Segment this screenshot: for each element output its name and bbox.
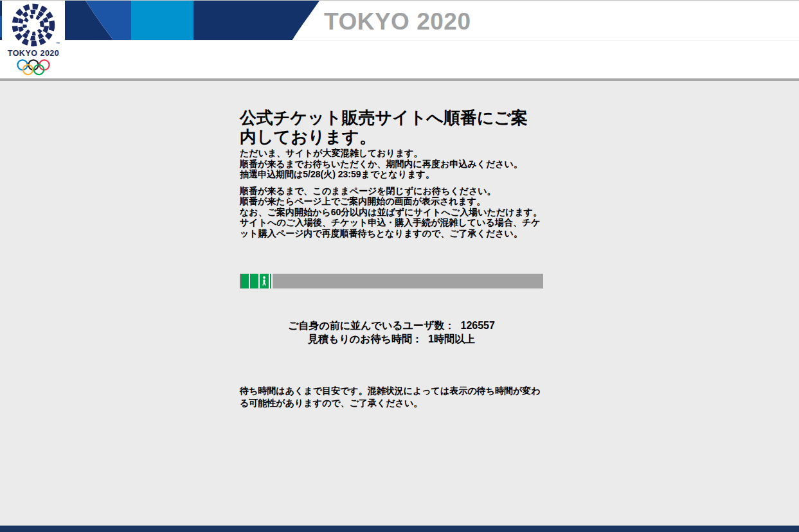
queue-users-value: 126557 [460,320,494,331]
queue-message-column: 公式チケット販売サイトへ順番にご案内しております。 ただいま、サイトが大変混雑し… [240,108,543,409]
header-wordmark: TOKYO 2020 [324,8,471,35]
content-area: 公式チケット販売サイトへ順番にご案内しております。 ただいま、サイトが大変混雑し… [0,81,799,526]
instruction-line: 順番が来たらページ上でご案内開始の画面が表示されます。 [240,196,543,207]
waiting-heading: 公式チケット販売サイトへ順番にご案内しております。 [240,108,543,146]
queue-users-label: ご自身の前に並んでいるユーザ数： [288,320,454,331]
intro-text: ただいま、サイトが大変混雑しております。 順番が来るまでお待ちいただくか、期間内… [240,148,543,180]
header: ™ TOKYO 2020 TOKYO 2020 [0,1,799,78]
wait-time-line: 見積もりのお待ち時間：1時間以上 [240,332,543,346]
wait-time-label: 見積もりのお待ち時間： [308,333,422,344]
instructions-text: 順番が来るまで、このままページを閉じずにお待ちください。 順番が来たらページ上で… [240,186,543,239]
intro-line: 抽選申込期間は5/28(火) 23:59までとなります。 [240,169,543,180]
wait-time-value: 1時間以上 [428,333,475,344]
tokyo2020-logo-box: ™ TOKYO 2020 [2,1,65,75]
queue-users-line: ご自身の前に並んでいるユーザ数：126557 [240,319,543,332]
progress-segment [241,274,249,288]
footer-bar [0,526,799,532]
intro-line: 順番が来るまでお待ちいただくか、期間内に再度お申込みください。 [240,159,543,170]
tokyo2020-emblem-icon [11,2,56,48]
progress-segment [250,274,258,288]
instruction-line: サイトへのご入場後、チケット申込・購入手続が混雑している場合、チケット購入ページ… [240,217,543,238]
queue-waiting-page: { "header": { "wordmark": "TOKYO 2020", … [0,0,799,532]
intro-line: ただいま、サイトが大変混雑しております。 [240,148,543,159]
queue-stats: ご自身の前に並んでいるユーザ数：126557 見積もりのお待ち時間：1時間以上 [240,319,543,346]
progress-segment-gap [271,274,273,288]
instruction-line: 順番が来るまで、このままページを閉じずにお待ちください。 [240,186,543,197]
tokyo2020-logo-text: TOKYO 2020 [2,49,65,58]
olympic-rings-icon [17,59,50,76]
instruction-line: なお、ご案内開始から60分以内は並ばずにサイトへご入場いただけます。 [240,207,543,218]
queue-progress-bar [240,274,543,288]
progress-segment [260,274,269,288]
header-band-underline [0,40,799,40]
trademark-symbol: ™ [56,42,60,46]
disclaimer-text: 待ち時間はあくまで目安です。混雑状況によっては表示の待ち時間が変わる可能性があり… [240,385,543,409]
progress-segment [270,274,271,288]
exit-runner-icon [261,276,267,287]
